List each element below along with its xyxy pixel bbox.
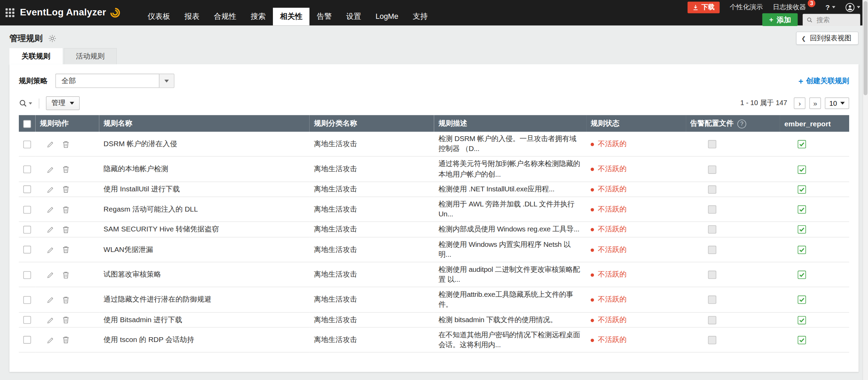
alert-profile-checkbox[interactable] [708, 226, 716, 234]
ember-report-checkbox[interactable] [798, 336, 806, 344]
ember-report-checkbox[interactable] [798, 296, 806, 304]
rule-policy-select[interactable]: 全部 [55, 74, 175, 88]
alert-profile-checkbox[interactable] [708, 165, 716, 174]
delete-icon[interactable] [63, 226, 69, 233]
personal-demo-link[interactable]: 个性化演示 [730, 2, 763, 12]
rule-name[interactable]: 通过隐藏文件进行潜在的防御规避 [99, 287, 309, 312]
delete-icon[interactable] [63, 165, 69, 173]
edit-icon[interactable] [47, 226, 54, 233]
alert-profile-checkbox[interactable] [708, 316, 716, 324]
table-header-row: 规则动作 规则名称 规则分类名称 规则描述 规则状态 告警配置文件? ember… [19, 115, 849, 132]
next-page-button[interactable]: › [794, 98, 805, 109]
table-row: 使用 tscon 的 RDP 会话劫持离地生活攻击在不知道其他用户密码的情况下检… [19, 327, 849, 352]
rule-name[interactable]: 试图篡改审核策略 [99, 262, 309, 287]
ember-report-checkbox[interactable] [798, 140, 806, 148]
alert-profile-checkbox[interactable] [708, 296, 716, 304]
nav-correlation[interactable]: 相关性 [273, 8, 310, 26]
pagination-info: 1 - 10 属于 147 [740, 99, 787, 108]
scrollbar-thumb[interactable] [864, 1, 867, 95]
vertical-scrollbar[interactable] [863, 0, 868, 380]
edit-icon[interactable] [47, 296, 54, 304]
delete-icon[interactable] [63, 316, 69, 324]
edit-icon[interactable] [47, 271, 54, 278]
apps-grid-icon[interactable] [0, 0, 20, 25]
table-row: Regasm 活动可能注入的 DLL离地生活攻击检测用于 AWL 旁路并加载 .… [19, 197, 849, 222]
alert-profile-checkbox[interactable] [708, 185, 716, 193]
nav-reports[interactable]: 报表 [177, 8, 207, 26]
delete-icon[interactable] [63, 271, 69, 279]
search-input[interactable] [815, 15, 856, 24]
back-to-report-button[interactable]: ❮ 回到报表视图 [796, 31, 858, 45]
rule-name[interactable]: SAM SECURITY Hive 转储凭据盗窃 [99, 222, 309, 237]
page-size-select[interactable]: 10 [825, 98, 849, 109]
header-rule-description: 规则描述 [434, 115, 586, 132]
edit-icon[interactable] [47, 246, 54, 253]
delete-icon[interactable] [63, 296, 69, 304]
row-checkbox[interactable] [23, 271, 31, 279]
delete-icon[interactable] [63, 140, 69, 148]
ember-report-checkbox[interactable] [798, 165, 806, 174]
rule-name[interactable]: 隐藏的本地帐户检测 [99, 156, 309, 181]
row-checkbox[interactable] [23, 316, 31, 324]
nav-compliance[interactable]: 合规性 [207, 8, 244, 26]
ember-report-checkbox[interactable] [798, 185, 806, 193]
rule-name[interactable]: 使用 tscon 的 RDP 会话劫持 [99, 327, 309, 352]
user-menu[interactable] [845, 2, 860, 12]
edit-icon[interactable] [47, 337, 54, 344]
alert-profile-checkbox[interactable] [708, 245, 716, 254]
delete-icon[interactable] [63, 246, 69, 254]
download-button[interactable]: 下载 [688, 1, 720, 13]
column-search-icon[interactable] [19, 99, 32, 107]
edit-icon[interactable] [47, 166, 54, 173]
tab-correlation-rules[interactable]: 关联规则 [9, 48, 62, 64]
row-checkbox[interactable] [23, 296, 31, 304]
alert-profile-checkbox[interactable] [708, 271, 716, 279]
rule-name[interactable]: Regasm 活动可能注入的 DLL [99, 197, 309, 222]
row-checkbox[interactable] [23, 206, 31, 214]
rule-name[interactable]: DSRM 帐户的潜在入侵 [99, 132, 309, 157]
edit-icon[interactable] [47, 186, 54, 193]
help-circle-icon[interactable]: ? [737, 119, 746, 128]
row-checkbox[interactable] [23, 246, 31, 254]
ember-report-checkbox[interactable] [798, 316, 806, 324]
row-checkbox[interactable] [23, 336, 31, 344]
topbar-search[interactable] [803, 14, 860, 26]
alert-profile-checkbox[interactable] [708, 336, 716, 344]
last-page-button[interactable]: » [809, 98, 821, 109]
row-checkbox[interactable] [23, 186, 31, 193]
ember-report-checkbox[interactable] [798, 271, 806, 279]
delete-icon[interactable] [63, 206, 69, 214]
tab-activity-rules[interactable]: 活动规则 [64, 48, 117, 64]
rule-name[interactable]: 使用 Bitsadmin 进行下载 [99, 312, 309, 327]
ember-report-checkbox[interactable] [798, 226, 806, 234]
manage-dropdown-button[interactable]: 管理 [46, 96, 80, 110]
add-button[interactable]: + 添加 [763, 13, 798, 26]
rule-name[interactable]: WLAN凭据泄漏 [99, 237, 309, 262]
ember-report-checkbox[interactable] [798, 205, 806, 214]
notification-badge: 3 [808, 0, 816, 7]
edit-icon[interactable] [47, 141, 54, 148]
row-checkbox[interactable] [23, 226, 31, 233]
rule-name[interactable]: 使用 InstallUtil 进行下载 [99, 182, 309, 197]
log-receiver-link[interactable]: 日志接收器 3 [773, 2, 815, 12]
select-all-checkbox[interactable] [23, 120, 31, 128]
sun-icon[interactable] [48, 34, 56, 42]
nav-settings[interactable]: 设置 [339, 8, 368, 26]
nav-logme[interactable]: LogMe [368, 8, 406, 26]
row-checkbox[interactable] [23, 140, 31, 148]
nav-support[interactable]: 支持 [405, 8, 435, 26]
nav-dashboard[interactable]: 仪表板 [140, 8, 177, 26]
delete-icon[interactable] [63, 186, 69, 193]
row-checkbox[interactable] [23, 165, 31, 173]
alert-profile-checkbox[interactable] [708, 140, 716, 148]
edit-icon[interactable] [47, 206, 54, 213]
ember-report-checkbox[interactable] [798, 245, 806, 254]
alert-profile-checkbox[interactable] [708, 205, 716, 214]
edit-icon[interactable] [47, 316, 54, 324]
nav-alerts[interactable]: 告警 [310, 8, 339, 26]
status-dot-icon [591, 319, 594, 322]
create-correlation-rule-link[interactable]: + 创建关联规则 [798, 76, 849, 86]
help-menu[interactable]: ? [826, 3, 835, 11]
nav-search[interactable]: 搜索 [243, 8, 273, 26]
delete-icon[interactable] [63, 336, 69, 344]
